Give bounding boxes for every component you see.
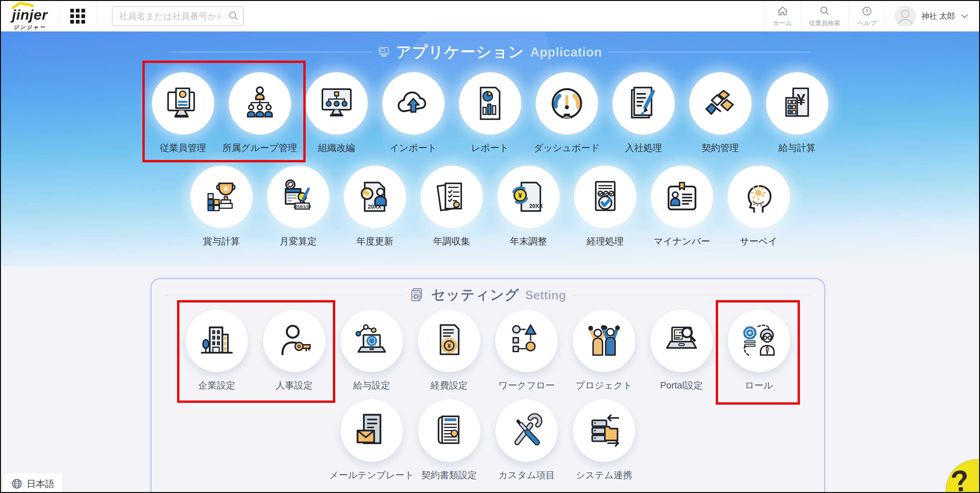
nav-employee-search[interactable]: 従業員検索 [800,1,849,32]
svg-text:2016/1/18: 2016/1/18 [293,204,311,209]
title-line [572,295,810,295]
svg-text:¥: ¥ [518,191,522,200]
contract-docs-setting-icon [418,399,480,462]
user-menu[interactable]: 神社 太郎 [885,1,979,32]
setting-item-portal[interactable]: Portal設定 [643,310,720,392]
item-label: 所属グループ管理 [223,142,297,154]
app-item-report[interactable]: レポート [452,72,528,154]
setting-item-custom-fields[interactable]: カスタム項目 [488,399,565,482]
app-item-employee-management[interactable]: 従業員管理 [145,72,221,154]
portal-setting-icon [650,310,713,372]
dashboard-icon [536,72,598,135]
item-label: ダッシュボード [534,142,600,154]
bonus-calculation-icon [190,165,253,228]
system-integration-icon [573,399,635,462]
app-grid-menu-button[interactable] [59,1,96,32]
section-title-text: セッティング [431,286,519,304]
item-label: 経費設定 [431,379,468,392]
expense-setting-icon: ¥ [418,310,480,372]
app-item-group-management[interactable]: 所属グループ管理 [221,72,298,154]
item-label: 給与計算 [779,142,816,154]
setting-item-role[interactable]: ロール [720,310,798,392]
custom-fields-icon [495,399,558,462]
help-mascot-button[interactable]: ? [945,459,980,493]
jinjer-portal-page: jinjer ジンジャー ホーム [0,0,980,493]
application-section: アプリケーション Application 従業員管理 [1,32,979,266]
app-item-survey[interactable]: サーベイ [721,165,797,248]
item-label: 契約管理 [702,142,739,154]
svg-text:¥: ¥ [797,91,805,108]
setting-item-company[interactable]: 企業設定 [178,310,255,392]
app-item-bonus-calculation[interactable]: 賞与計算 [183,165,260,248]
setting-title-icon [410,287,425,303]
group-management-icon [229,72,291,135]
language-button[interactable]: 日本語 [3,473,63,493]
yearend-collection-icon [420,165,483,228]
nav-label: 従業員検索 [809,19,840,27]
app-item-import[interactable]: インポート [375,72,452,154]
app-item-org-restructure[interactable]: 組織改編 [298,72,375,154]
home-icon [776,5,789,17]
app-item-contract-management[interactable]: 契約管理 [682,72,759,154]
nav-help[interactable]: ? ヘルプ [849,1,885,32]
nav-home[interactable]: ホーム [764,1,800,32]
item-label: ワークフロー [498,379,555,392]
app-item-dashboard[interactable]: ダッシュボード [528,72,605,154]
item-label: 人事設定 [276,379,313,392]
setting-section: セッティング Setting [151,278,825,493]
monthly-revision-icon: 2016/1/18 [267,165,329,228]
setting-item-system-integration[interactable]: システム連携 [565,399,643,482]
setting-item-expense[interactable]: ¥ 経費設定 [410,310,488,392]
employee-search-icon [819,5,830,17]
language-label: 日本語 [27,477,54,490]
item-label: 組織改編 [318,142,355,154]
app-item-my-number[interactable]: マイナンバー [644,165,721,248]
setting-item-mail-template[interactable]: メールテンプレート [333,399,410,482]
setting-item-hr[interactable]: 人事設定 [255,310,333,392]
search-input[interactable] [112,6,244,26]
setting-row-2: メールテンプレート 契約書類設定 [151,399,824,482]
yearend-adjustment-icon: 20XX ¥ [497,165,560,228]
setting-item-contract-docs[interactable]: 契約書類設定 [410,399,488,482]
section-subtitle-text: Setting [525,288,566,302]
employee-search-box [112,6,244,26]
help-icon: ? [861,5,873,17]
item-label: 経理処理 [587,235,624,248]
jinjer-logo[interactable]: jinjer ジンジャー [1,1,59,32]
app-item-yearend-adjustment[interactable]: 20XX ¥ 年末調整 [490,165,567,248]
hr-setting-icon [263,310,326,372]
search-icon [228,10,240,22]
setting-item-project[interactable]: プロジェクト [565,310,643,392]
survey-icon [727,165,790,228]
app-item-year-update[interactable]: 20XX 年度更新 [337,165,414,248]
app-item-accounting[interactable]: 経理処理 [567,165,644,248]
logo-text: jinjer [12,8,48,22]
header-divider [96,1,97,32]
my-number-icon [651,165,713,228]
setting-row-1: 企業設定 人事設定 [151,310,824,392]
item-label: サーベイ [740,235,778,248]
globe-icon [11,478,22,489]
svg-text:¥: ¥ [447,342,451,350]
item-label: プロジェクト [576,379,633,392]
application-title-icon [378,46,390,58]
app-item-monthly-revision[interactable]: 2016/1/18 月変算定 [260,165,337,248]
app-item-yearend-collection[interactable]: 年調収集 [414,165,490,248]
workflow-icon [495,310,558,372]
nav-label: ホーム [773,19,792,27]
item-label: 月変算定 [280,235,317,248]
user-name: 神社 太郎 [921,11,955,22]
title-line [608,52,811,52]
item-label: 従業員管理 [160,142,206,154]
setting-item-payroll[interactable]: 給与設定 [333,310,410,392]
payroll-calculation-icon: ¥ [766,72,828,135]
header: jinjer ジンジャー ホーム [1,1,979,32]
app-item-onboarding[interactable]: 入社処理 [605,72,682,154]
item-label: 入社処理 [625,142,662,154]
mail-template-icon [340,399,403,462]
app-item-payroll-calculation[interactable]: ¥ 給与計算 [759,72,835,154]
year-update-icon: 20XX [344,165,406,228]
onboarding-icon [612,72,675,135]
item-label: マイナンバー [654,235,710,248]
setting-item-workflow[interactable]: ワークフロー [488,310,565,392]
